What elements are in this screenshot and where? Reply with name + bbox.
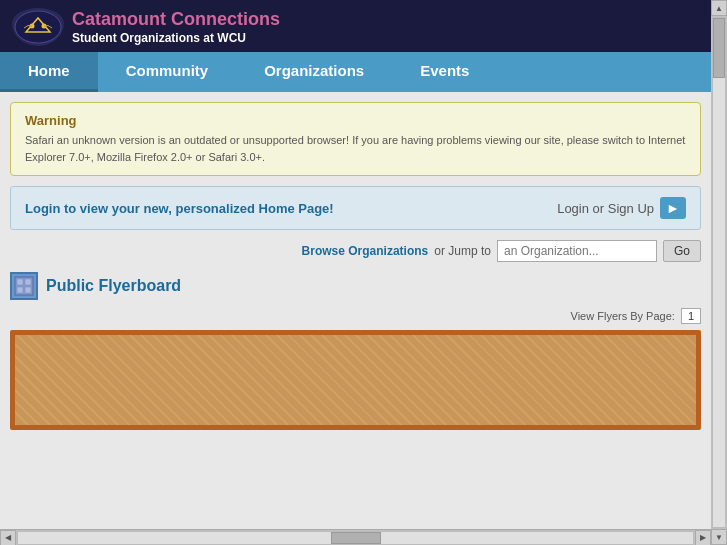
logo-icon [12, 8, 64, 46]
header: Catamount Connections Student Organizati… [0, 0, 711, 52]
scroll-up-button[interactable]: ▲ [711, 0, 727, 16]
nav-community[interactable]: Community [98, 52, 237, 92]
corkboard [10, 330, 701, 430]
logo-subtitle: Student Organizations at WCU [72, 31, 280, 45]
browse-orgs-row: Browse Organizations or Jump to Go [10, 240, 701, 262]
main-content: Catamount Connections Student Organizati… [0, 0, 711, 545]
svg-rect-6 [25, 279, 31, 285]
browse-orgs-label[interactable]: Browse Organizations [302, 244, 429, 258]
page-wrapper: Catamount Connections Student Organizati… [0, 0, 727, 545]
login-banner: Login to view your new, personalized Hom… [10, 186, 701, 230]
hscroll-thumb[interactable] [331, 532, 381, 544]
login-link[interactable]: Login to view your new, personalized Hom… [25, 201, 334, 216]
svg-point-0 [15, 11, 61, 43]
svg-rect-8 [25, 287, 31, 293]
svg-rect-7 [17, 287, 23, 293]
scroll-track[interactable] [712, 17, 726, 528]
view-flyers-row: View Flyers By Page: 1 [10, 308, 701, 324]
logo-title: Catamount Connections [72, 9, 280, 31]
nav-bar: Home Community Organizations Events [0, 52, 711, 92]
view-flyers-label: View Flyers By Page: [571, 310, 675, 322]
org-jump-input[interactable] [497, 240, 657, 262]
browse-orgs-middle: or Jump to [434, 244, 491, 258]
page-number[interactable]: 1 [681, 308, 701, 324]
logo-container: Catamount Connections Student Organizati… [12, 8, 280, 46]
login-signup-label: Login or Sign Up [557, 201, 654, 216]
login-signup-area: Login or Sign Up ► [557, 197, 686, 219]
nav-events[interactable]: Events [392, 52, 497, 92]
svg-rect-5 [17, 279, 23, 285]
nav-organizations[interactable]: Organizations [236, 52, 392, 92]
bottom-scrollbar: ◀ ▶ [0, 529, 711, 545]
flyerboard-icon [10, 272, 38, 300]
nav-home[interactable]: Home [0, 52, 98, 92]
flyerboard-header: Public Flyerboard [10, 272, 701, 300]
flyerboard-title: Public Flyerboard [46, 277, 181, 295]
corkboard-inner [15, 335, 696, 425]
login-arrow-button[interactable]: ► [660, 197, 686, 219]
hscroll-track[interactable] [17, 531, 694, 545]
content-area: Warning Safari an unknown version is an … [0, 92, 711, 529]
warning-text: Safari an unknown version is an outdated… [25, 132, 686, 165]
scroll-down-button[interactable]: ▼ [711, 529, 727, 545]
hscroll-left-button[interactable]: ◀ [0, 530, 16, 546]
warning-title: Warning [25, 113, 686, 128]
hscroll-right-button[interactable]: ▶ [695, 530, 711, 546]
go-button[interactable]: Go [663, 240, 701, 262]
scrollbar-right: ▲ ▼ [711, 0, 727, 545]
scroll-thumb[interactable] [713, 18, 725, 78]
logo-text-block: Catamount Connections Student Organizati… [72, 9, 280, 45]
warning-box: Warning Safari an unknown version is an … [10, 102, 701, 176]
